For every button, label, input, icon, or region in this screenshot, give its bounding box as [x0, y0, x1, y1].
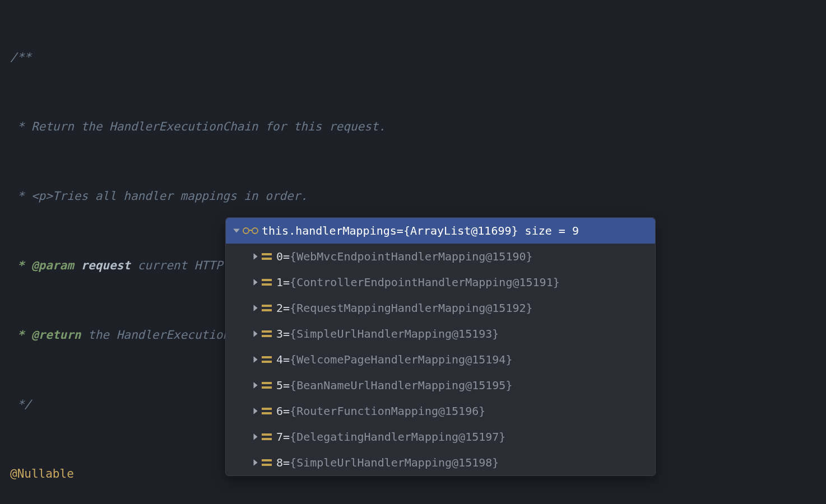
chevron-right-icon[interactable] [249, 330, 262, 338]
debug-variable-item[interactable]: 0 = {WebMvcEndpointHandlerMapping@15190} [226, 244, 655, 269]
variable-value: {WelcomePageHandlerMapping@15194} [290, 351, 512, 368]
chevron-right-icon[interactable] [249, 433, 262, 441]
svg-rect-12 [262, 382, 272, 384]
array-element-icon [262, 329, 272, 338]
javadoc-tag: * @return [10, 324, 81, 347]
svg-point-0 [243, 228, 249, 234]
svg-rect-19 [262, 464, 272, 466]
code-line[interactable]: /** [0, 46, 826, 69]
annotation: @Nullable [10, 463, 74, 486]
svg-rect-10 [262, 356, 272, 358]
equals: = [283, 325, 290, 343]
debug-variable-item[interactable]: 8 = {SimpleUrlHandlerMapping@15198} [226, 450, 655, 475]
array-element-icon [262, 304, 272, 312]
array-index: 5 [276, 376, 283, 394]
array-index: 2 [276, 299, 283, 317]
debug-variable-item[interactable]: 5 = {BeanNameUrlHandlerMapping@15195} [226, 372, 655, 398]
array-element-icon [262, 432, 272, 441]
svg-rect-7 [262, 309, 272, 311]
svg-rect-5 [262, 283, 272, 286]
variable-value: {SimpleUrlHandlerMapping@15198} [290, 454, 499, 472]
equals: = [283, 248, 290, 265]
svg-rect-11 [262, 361, 272, 363]
javadoc-text: * <p> [10, 185, 53, 208]
svg-rect-2 [262, 253, 272, 255]
svg-rect-16 [262, 433, 272, 436]
array-element-icon [262, 407, 272, 416]
chevron-right-icon[interactable] [249, 304, 262, 312]
array-index: 6 [276, 402, 283, 420]
svg-point-1 [252, 228, 258, 234]
array-index: 8 [276, 454, 283, 472]
chevron-right-icon[interactable] [249, 278, 262, 286]
svg-rect-15 [262, 412, 272, 414]
equals: = [283, 351, 290, 368]
svg-rect-3 [262, 258, 272, 260]
array-index: 7 [276, 428, 283, 446]
variable-value: {RequestMappingHandlerMapping@15192} [290, 299, 532, 317]
watch-icon [243, 226, 258, 235]
javadoc-text: /** [10, 46, 31, 69]
svg-rect-9 [262, 335, 272, 337]
variable-value: {DelegatingHandlerMapping@15197} [290, 428, 505, 446]
variable-value: {ArrayList@11699} size = 9 [403, 222, 579, 240]
chevron-right-icon[interactable] [249, 356, 262, 363]
variable-value: {ControllerEndpointHandlerMapping@15191} [290, 273, 560, 291]
code-line[interactable]: * Return the HandlerExecutionChain for t… [0, 115, 826, 139]
debug-variable-item[interactable]: 7 = {DelegatingHandlerMapping@15197} [226, 424, 655, 450]
code-line[interactable]: * <p>Tries all handler mappings in order… [0, 185, 826, 208]
svg-rect-18 [262, 459, 272, 461]
debug-variable-root[interactable]: this.handlerMappings = {ArrayList@11699}… [226, 218, 655, 244]
svg-rect-4 [262, 279, 272, 281]
equals: = [283, 273, 290, 291]
variable-value: {RouterFunctionMapping@15196} [290, 402, 485, 420]
debug-variable-item[interactable]: 3 = {SimpleUrlHandlerMapping@15193} [226, 321, 655, 347]
equals: = [283, 402, 290, 420]
svg-rect-6 [262, 305, 272, 307]
debug-variable-item[interactable]: 4 = {WelcomePageHandlerMapping@15194} [226, 347, 655, 372]
array-index: 0 [276, 248, 283, 265]
chevron-right-icon[interactable] [249, 407, 262, 415]
array-element-icon [262, 355, 272, 364]
variable-value: {SimpleUrlHandlerMapping@15193} [290, 325, 499, 343]
array-element-icon [262, 252, 272, 261]
array-element-icon [262, 278, 272, 287]
chevron-right-icon[interactable] [249, 459, 262, 466]
array-element-icon [262, 381, 272, 390]
debug-variable-item[interactable]: 6 = {RouterFunctionMapping@15196} [226, 398, 655, 424]
array-index: 4 [276, 351, 283, 368]
variable-value: {WebMvcEndpointHandlerMapping@15190} [290, 248, 532, 265]
javadoc-param: request [74, 254, 131, 277]
array-index: 3 [276, 325, 283, 343]
equals: = [283, 454, 290, 472]
svg-rect-13 [262, 386, 272, 389]
chevron-down-icon[interactable] [230, 227, 243, 235]
svg-rect-8 [262, 330, 272, 333]
debug-variable-item[interactable]: 2 = {RequestMappingHandlerMapping@15192} [226, 295, 655, 321]
javadoc-text: Tries all handler mappings in order. [53, 185, 308, 208]
debug-variable-item[interactable]: 1 = {ControllerEndpointHandlerMapping@15… [226, 269, 655, 295]
equals: = [283, 428, 290, 446]
javadoc-text: */ [10, 393, 31, 416]
array-element-icon [262, 458, 272, 467]
javadoc-text: * Return the HandlerExecutionChain for t… [10, 115, 386, 138]
chevron-right-icon[interactable] [249, 253, 262, 260]
equals: = [283, 299, 290, 317]
variable-name: this.handlerMappings [262, 222, 397, 240]
debug-variables-popup[interactable]: this.handlerMappings = {ArrayList@11699}… [225, 217, 656, 476]
equals: = [283, 376, 290, 394]
array-index: 1 [276, 273, 283, 291]
javadoc-tag: * @param [10, 254, 74, 277]
svg-rect-14 [262, 408, 272, 410]
svg-rect-17 [262, 438, 272, 440]
variable-value: {BeanNameUrlHandlerMapping@15195} [290, 376, 512, 394]
equals: = [397, 222, 403, 240]
chevron-right-icon[interactable] [249, 381, 262, 389]
